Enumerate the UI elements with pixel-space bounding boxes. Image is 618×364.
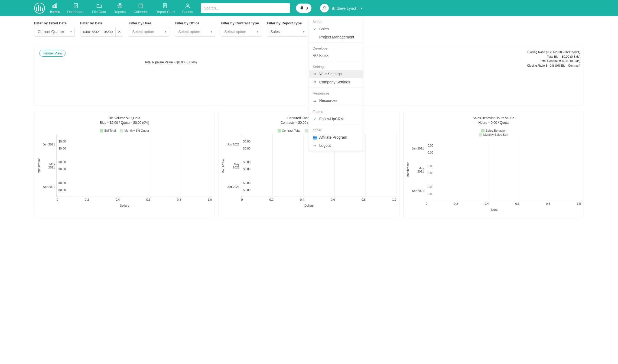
nav-label: File Data	[92, 10, 106, 14]
search-input[interactable]	[201, 3, 290, 13]
dropdown-item-label: Resources	[319, 98, 337, 103]
contract-type-select[interactable]: Select option	[221, 27, 261, 37]
logout-icon: ↪	[313, 144, 317, 148]
y-ticks: Jun 2021 May 2021 Apr 2021	[226, 135, 241, 197]
plot-area: $0.00$0.00 $0.00$0.00 $0.00$0.00	[57, 135, 212, 197]
nav-reports[interactable]: Reports	[114, 3, 126, 14]
y-ticks: Jun 2021 May 2021 Apr 2021	[411, 139, 426, 201]
close-icon: ✕	[118, 30, 121, 34]
cloud-icon: ☁	[313, 99, 317, 103]
notifications-button[interactable]: 0	[296, 4, 312, 13]
closing-ratio-block: Closing Ratio (06/11/2020 - 06/11/2021) …	[527, 50, 580, 68]
dropdown-item-label: Your Settings	[319, 72, 342, 76]
gear-icon: ⚙	[313, 80, 317, 84]
dropdown-item-project-management[interactable]: Project Management	[309, 33, 363, 41]
nav-items: Home Dashboard File Data Reports Calenda…	[50, 3, 193, 14]
filter-label: Filter by User	[129, 21, 169, 25]
divider	[309, 87, 363, 87]
x-ticks: 00.20.40.60.81.0	[426, 202, 581, 205]
nav-dashboard[interactable]: Dashboard	[67, 3, 84, 14]
y-axis-label: Month/Year	[406, 139, 411, 201]
dropdown-item-label: Sales	[319, 27, 329, 31]
divider	[309, 124, 363, 124]
calendar-icon	[138, 3, 144, 9]
user-menu-trigger[interactable]: Brittnee Lynch ▼ Mode ✓ Sales Project Ma…	[320, 4, 363, 12]
gear-icon: ⚙	[313, 72, 317, 76]
pipeline-value-text: Total Pipeline Value = $0.00 (0 Bids)	[39, 60, 302, 64]
top-navbar: Home Dashboard File Data Reports Calenda…	[0, 0, 618, 16]
dropdown-item-your-settings[interactable]: ⚙ Your Settings	[309, 70, 363, 78]
dropdown-section-settings: Settings	[309, 62, 363, 70]
date-clear-button[interactable]: ✕	[116, 27, 123, 37]
nav-filedata[interactable]: File Data	[92, 3, 106, 14]
dropdown-section-other: Other	[309, 125, 363, 133]
svg-point-9	[187, 4, 188, 5]
nav-reportcard[interactable]: Report Card	[155, 3, 175, 14]
users-icon: 👥	[313, 135, 317, 139]
notifications-count: 0	[306, 6, 308, 10]
report-type-select[interactable]: Sales	[267, 27, 307, 37]
filter-user: Filter by User Select option	[129, 21, 169, 37]
legend-item: Monthly Sales Beh	[479, 133, 508, 136]
plot-area: 0.000.00 0.000.00 0.000.00	[426, 139, 581, 201]
nav-label: Reports	[114, 10, 126, 14]
select-placeholder: Select option	[178, 30, 200, 34]
chart-sales-behavior: Sales Behavior Hours VS Sa Hours = 0.00 …	[403, 112, 584, 217]
dropdown-item-kiosk[interactable]: �⅄ Kiosk	[309, 51, 363, 60]
y-axis-label: Month/Year	[37, 135, 42, 197]
bar-chart-icon	[52, 3, 58, 9]
dropdown-item-label: Affiliate Program	[319, 135, 347, 139]
dropdown-item-resources[interactable]: ☁ Resources	[309, 96, 363, 105]
nav-clients[interactable]: Clients	[182, 3, 193, 14]
nav-calendar[interactable]: Calendar	[134, 3, 148, 14]
dropdown-section-mode: Mode	[309, 17, 363, 25]
clipboard-check-icon	[73, 3, 79, 9]
user-dropdown: Mode ✓ Sales Project Management Develope…	[309, 17, 363, 151]
filter-label: Filter by Contract Type	[221, 21, 261, 25]
filter-date: Filter by Date 04/01/2021 - 06/30 ✕	[80, 21, 123, 37]
x-axis-label: Dollars	[222, 204, 396, 207]
closing-line: Total Contract = $0.00 (0 Bids)	[527, 59, 580, 63]
select-value: Sales	[270, 30, 280, 34]
dropdown-item-label: Kiosk	[319, 53, 328, 58]
dropdown-section-resources: Resources	[309, 89, 363, 96]
filter-contract-type: Filter by Contract Type Select option	[221, 21, 261, 37]
filter-label: Filter by Date	[80, 21, 123, 25]
chart-title: Bid Volume VS Quota Bids = $0.00 / Quota…	[37, 116, 212, 125]
sitemap-icon: �⅄	[313, 54, 317, 58]
fixed-date-select[interactable]: Current Quarter	[34, 27, 75, 37]
dropdown-item-followupcrm[interactable]: ✓ FollowUpCRM	[309, 115, 363, 123]
date-range-input[interactable]: 04/01/2021 - 06/30	[80, 27, 116, 37]
funnel-card: Funnel View Total Pipeline Value = $0.00…	[34, 46, 307, 105]
document-icon	[162, 3, 168, 9]
dropdown-item-sales[interactable]: ✓ Sales	[309, 25, 363, 33]
chart-legend: Sales Behavior Monthly Sales Beh	[406, 129, 581, 136]
svg-point-10	[324, 6, 326, 8]
dropdown-item-affiliate[interactable]: 👥 Affiliate Program	[309, 133, 363, 141]
app-logo[interactable]	[34, 3, 45, 14]
svg-point-6	[120, 5, 120, 6]
folder-icon	[96, 3, 102, 9]
select-placeholder: Select option	[224, 30, 246, 34]
dropdown-item-label: Company Settings	[319, 80, 350, 84]
funnel-view-badge[interactable]: Funnel View	[39, 50, 66, 57]
dropdown-item-label: FollowUpCRM	[319, 117, 344, 121]
office-select[interactable]: Select option	[175, 27, 215, 37]
nav-label: Report Card	[155, 10, 175, 14]
dropdown-item-logout[interactable]: ↪ Logout	[309, 141, 363, 150]
user-select[interactable]: Select option	[129, 27, 169, 37]
search-wrap	[201, 3, 290, 13]
select-placeholder: Select option	[132, 30, 154, 34]
avatar-icon	[322, 5, 327, 11]
select-value: Current Quarter	[38, 30, 64, 34]
x-ticks: 00.20.40.60.81.0	[241, 198, 396, 201]
filter-report-type: Filter by Report Type Sales	[267, 21, 307, 37]
legend-item: Monthly Bid Quota	[120, 129, 149, 132]
closing-line: Closing Ratio (06/11/2020 - 06/11/2021)	[527, 50, 580, 54]
filter-office: Filter by Office Select option	[175, 21, 215, 37]
nav-home[interactable]: Home	[50, 3, 60, 14]
dropdown-item-company-settings[interactable]: ⚙ Company Settings	[309, 78, 363, 86]
filter-label: Filter by Office	[175, 21, 215, 25]
svg-rect-7	[139, 4, 143, 8]
filter-fixed-date: Filter by Fixed Date Current Quarter	[34, 21, 75, 37]
